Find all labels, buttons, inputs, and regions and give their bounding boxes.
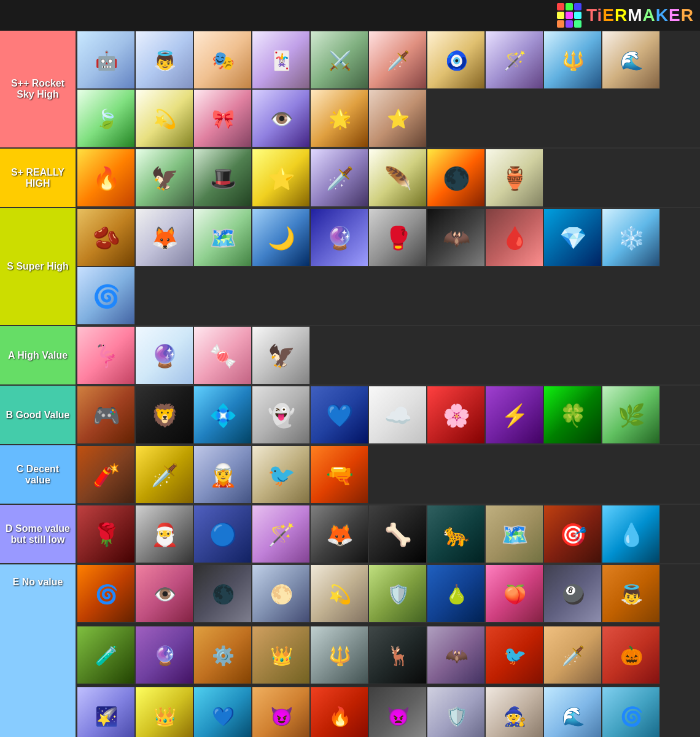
list-item[interactable]: ⚡ xyxy=(485,386,543,444)
list-item[interactable]: 🔮 xyxy=(135,326,193,384)
list-item[interactable]: 🔥 xyxy=(310,687,368,737)
list-item[interactable]: 🔮 xyxy=(310,208,368,267)
list-item[interactable]: ⚙️ xyxy=(193,626,252,684)
list-item[interactable]: 🍬 xyxy=(193,326,252,384)
list-item[interactable]: 👼 xyxy=(602,564,660,623)
list-item[interactable]: 🌕 xyxy=(252,564,310,623)
list-item[interactable]: 🌠 xyxy=(77,687,135,737)
list-item[interactable]: 🦅 xyxy=(252,326,310,384)
list-item[interactable]: 🔱 xyxy=(543,31,602,89)
list-item[interactable]: 🗺️ xyxy=(193,208,252,267)
list-item[interactable]: 🗡️ xyxy=(135,445,193,504)
list-item[interactable]: 🍃 xyxy=(77,89,135,147)
list-item[interactable]: 🎩 xyxy=(193,149,252,207)
list-item[interactable]: 🎃 xyxy=(602,626,660,684)
list-item[interactable]: 🥊 xyxy=(368,208,427,267)
tiermaker-logo: TiERMAKER xyxy=(557,3,694,28)
list-item[interactable]: 🤖 xyxy=(77,31,135,89)
list-item[interactable]: 🗡️ xyxy=(368,31,427,89)
list-item[interactable]: 💎 xyxy=(543,208,602,267)
list-item[interactable]: 🔫 xyxy=(310,445,368,504)
list-item[interactable]: 🔱 xyxy=(310,626,368,684)
list-item[interactable]: 💙 xyxy=(193,687,252,737)
list-item[interactable]: 👁️ xyxy=(252,89,310,147)
list-item[interactable]: 💧 xyxy=(602,505,660,563)
list-item[interactable]: 🦊 xyxy=(135,208,193,267)
list-item[interactable]: 🌀 xyxy=(77,564,135,623)
list-item[interactable]: 🌀 xyxy=(602,687,660,737)
list-item[interactable]: 👁️ xyxy=(135,564,193,623)
list-item[interactable]: 🛡️ xyxy=(427,687,485,737)
list-item[interactable]: 🌊 xyxy=(543,687,602,737)
list-item[interactable]: 👑 xyxy=(135,687,193,737)
list-item[interactable]: 🎱 xyxy=(543,564,602,623)
list-item[interactable]: 🔥 xyxy=(77,149,135,207)
list-item[interactable]: 🃏 xyxy=(252,31,310,89)
list-item[interactable]: 🦇 xyxy=(427,626,485,684)
list-item[interactable]: 🌊 xyxy=(602,31,660,89)
list-item[interactable]: 🔮 xyxy=(135,626,193,684)
list-item[interactable]: 🎯 xyxy=(543,505,602,563)
list-item[interactable]: 🧿 xyxy=(427,31,485,89)
list-item[interactable]: ⭐ xyxy=(368,89,427,147)
tier-label-spp: S++ Rocket Sky High xyxy=(0,31,77,147)
list-item[interactable]: 🦌 xyxy=(368,626,427,684)
list-item[interactable]: 👑 xyxy=(252,626,310,684)
list-item[interactable]: 💠 xyxy=(193,386,252,444)
list-item[interactable]: 🐆 xyxy=(427,505,485,563)
list-item[interactable]: 🌀 xyxy=(77,267,135,325)
list-item[interactable]: 🎮 xyxy=(77,386,135,444)
list-item[interactable]: 🧨 xyxy=(77,445,135,504)
list-item[interactable]: 🐦 xyxy=(252,445,310,504)
list-item[interactable]: 🎭 xyxy=(193,31,252,89)
list-item[interactable]: 🌟 xyxy=(310,89,368,147)
list-item[interactable]: ⭐ xyxy=(252,149,310,207)
list-item[interactable]: 🌹 xyxy=(77,505,135,563)
list-item[interactable]: 🦩 xyxy=(77,326,135,384)
list-item[interactable]: 🌿 xyxy=(602,386,660,444)
list-item[interactable]: 👼 xyxy=(135,31,193,89)
list-item[interactable]: 🦊 xyxy=(310,505,368,563)
list-item[interactable]: 🦁 xyxy=(135,386,193,444)
list-item[interactable]: 💫 xyxy=(135,89,193,147)
list-item[interactable]: 🎅 xyxy=(135,505,193,563)
list-item[interactable]: 🌑 xyxy=(427,149,485,207)
list-item[interactable]: 🌑 xyxy=(193,564,252,623)
list-item[interactable]: 🪄 xyxy=(252,505,310,563)
list-item[interactable]: 🦅 xyxy=(135,149,193,207)
list-item[interactable]: 👻 xyxy=(252,386,310,444)
list-item[interactable]: 🐦 xyxy=(485,626,543,684)
list-item[interactable]: 🛡️ xyxy=(368,564,427,623)
list-item[interactable]: ❄️ xyxy=(602,208,660,267)
list-item[interactable]: 🦴 xyxy=(368,505,427,563)
list-item[interactable]: 😈 xyxy=(252,687,310,737)
list-item[interactable]: 🔵 xyxy=(193,505,252,563)
list-item[interactable]: 🧪 xyxy=(77,626,135,684)
list-item[interactable]: ⚔️ xyxy=(310,31,368,89)
list-item[interactable]: 🗡️ xyxy=(310,149,368,207)
tier-row-c: C Decent value 🧨 🗡️ 🧝 🐦 🔫 xyxy=(0,445,700,505)
list-item[interactable]: 🧙 xyxy=(485,687,543,737)
logo-text: TiERMAKER xyxy=(586,6,694,25)
list-item[interactable]: 🍀 xyxy=(543,386,602,444)
list-item[interactable]: 🍐 xyxy=(427,564,485,623)
list-item[interactable]: 🌙 xyxy=(252,208,310,267)
list-item[interactable]: 💙 xyxy=(310,386,368,444)
tier-content-a: 🦩 🔮 🍬 🦅 xyxy=(77,326,700,384)
list-item[interactable]: 🪶 xyxy=(368,149,427,207)
logo-grid-cell xyxy=(557,3,564,10)
list-item[interactable]: 🗺️ xyxy=(485,505,543,563)
list-item[interactable]: 🎀 xyxy=(193,89,252,147)
list-item[interactable]: 🍑 xyxy=(485,564,543,623)
list-item[interactable]: 👿 xyxy=(368,687,427,737)
list-item[interactable]: 🪄 xyxy=(485,31,543,89)
list-item[interactable]: 🏺 xyxy=(485,149,543,207)
list-item[interactable]: 🩸 xyxy=(485,208,543,267)
list-item[interactable]: 🧝 xyxy=(193,445,252,504)
list-item[interactable]: 🫘 xyxy=(77,208,135,267)
list-item[interactable]: ☁️ xyxy=(368,386,427,444)
list-item[interactable]: 💫 xyxy=(310,564,368,623)
list-item[interactable]: 🦇 xyxy=(427,208,485,267)
list-item[interactable]: 🌸 xyxy=(427,386,485,444)
list-item[interactable]: 🗡️ xyxy=(543,626,602,684)
